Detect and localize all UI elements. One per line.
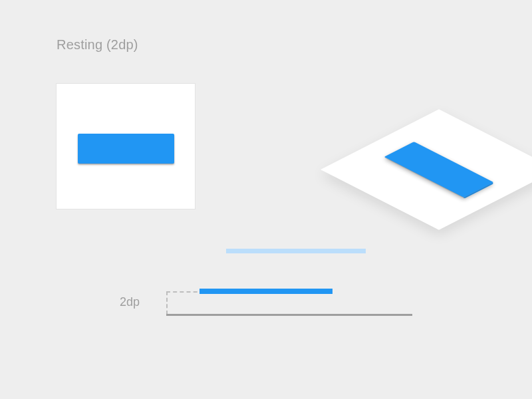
side-surface-bar [226,249,366,253]
elevation-label: 2dp [120,295,140,309]
diagram-title: Resting (2dp) [57,37,138,53]
isometric-raised-button [384,142,494,198]
side-button-bar [200,289,332,294]
topdown-surface [56,83,196,209]
isometric-surface [321,109,532,229]
topdown-raised-button [78,134,174,164]
isometric-view [259,66,492,219]
side-ground-line [166,314,412,316]
side-elevation-view: 2dp [120,249,426,335]
elevation-guide-vertical [166,291,168,315]
